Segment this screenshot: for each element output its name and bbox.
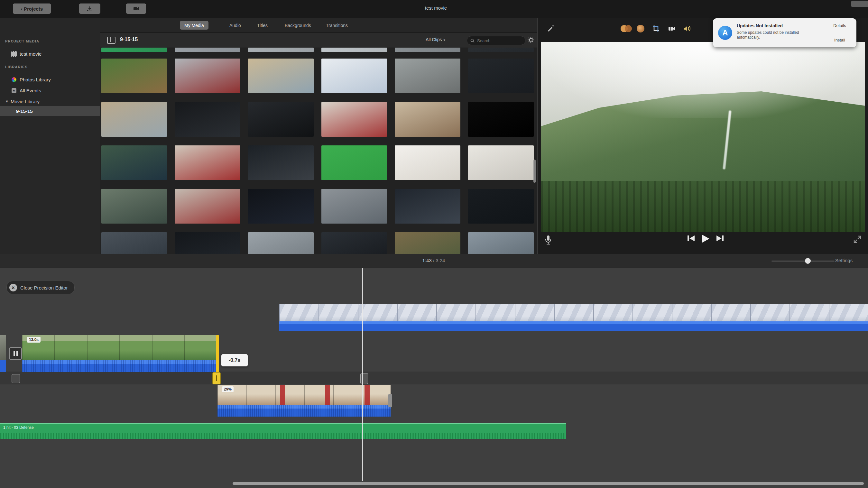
- skip-back-button[interactable]: [686, 234, 696, 243]
- stabilization-icon[interactable]: [668, 24, 676, 33]
- timeline-clip-field-audio[interactable]: [22, 360, 216, 372]
- media-thumbnail[interactable]: [321, 232, 387, 254]
- color-balance-icon[interactable]: [621, 24, 632, 33]
- media-thumbnail[interactable]: [321, 145, 387, 180]
- clip-fragment[interactable]: [0, 335, 6, 360]
- notification-body: Some updates could not be installed auto…: [737, 30, 817, 40]
- timeline-zoom-slider[interactable]: [772, 261, 835, 262]
- timeline-settings-button[interactable]: Settings: [835, 258, 852, 263]
- import-button[interactable]: [79, 3, 100, 14]
- sidebar-item-photos-library[interactable]: Photos Library: [0, 74, 100, 84]
- library-sidebar: PROJECT MEDIA test movie LIBRARIES Photo…: [0, 18, 100, 254]
- music-clip-label: 1 hit - 03 Defense: [3, 425, 34, 430]
- media-thumbnail[interactable]: [395, 189, 460, 223]
- media-thumbnail[interactable]: [101, 102, 167, 137]
- media-thumbnail[interactable]: [175, 189, 240, 223]
- enhance-wand-icon[interactable]: [547, 24, 555, 33]
- sidebar-item-movie-library[interactable]: ▼ Movie Library: [0, 96, 100, 106]
- camera-button[interactable]: [126, 3, 146, 14]
- play-button[interactable]: [701, 234, 710, 243]
- media-thumbnail[interactable]: [248, 232, 314, 254]
- trim-handle-yellow[interactable]: [216, 335, 219, 372]
- clip-connection-handle[interactable]: [388, 394, 392, 407]
- media-thumbnail[interactable]: [468, 232, 534, 254]
- media-thumbnail[interactable]: [248, 145, 314, 180]
- media-thumbnail[interactable]: [175, 59, 240, 93]
- media-thumbnail[interactable]: [248, 59, 314, 93]
- skip-forward-button[interactable]: [715, 234, 725, 243]
- media-thumbnail[interactable]: [321, 189, 387, 223]
- media-thumbnail[interactable]: [175, 102, 240, 137]
- playhead[interactable]: [362, 268, 363, 481]
- color-correction-icon[interactable]: [637, 24, 644, 33]
- media-thumbnail[interactable]: [395, 102, 460, 137]
- media-thumbnail[interactable]: [468, 59, 534, 93]
- media-thumbnail[interactable]: [248, 48, 314, 52]
- timeline-clip-field[interactable]: [22, 335, 216, 360]
- media-thumbnail[interactable]: [175, 145, 240, 180]
- projects-back-button[interactable]: ‹ Projects: [13, 3, 51, 14]
- photos-flower-icon: [11, 77, 17, 82]
- transition-icon[interactable]: [9, 347, 22, 360]
- media-thumbnail[interactable]: [468, 48, 534, 52]
- media-thumbnail[interactable]: [395, 232, 460, 254]
- timeline-clip-office-audio[interactable]: [217, 405, 391, 417]
- media-thumbnail[interactable]: [468, 102, 534, 137]
- timeline-horizontal-scrollbar[interactable]: [232, 482, 864, 485]
- viewer-video[interactable]: [541, 42, 865, 232]
- close-precision-editor-button[interactable]: ✕ Close Precision Editor: [6, 281, 75, 294]
- media-thumbnail[interactable]: [395, 59, 460, 93]
- forest-region: [541, 181, 865, 232]
- media-thumbnail-grid: [100, 18, 537, 254]
- media-thumbnail[interactable]: [395, 48, 460, 52]
- zoom-slider-thumb[interactable]: [805, 258, 811, 264]
- microphone-icon[interactable]: [545, 235, 552, 245]
- media-thumbnail[interactable]: [248, 189, 314, 223]
- clip-frame-detail: [365, 385, 370, 405]
- sidebar-item-test-movie[interactable]: test movie: [0, 49, 100, 59]
- sidebar-item-label: Photos Library: [20, 77, 51, 82]
- media-thumbnail[interactable]: [395, 145, 460, 180]
- edit-marker-selected[interactable]: [212, 372, 221, 385]
- details-button[interactable]: Details: [823, 18, 857, 33]
- timecode-display: 1:43 / 3:24: [398, 258, 469, 263]
- timeline-clip-office[interactable]: [217, 385, 391, 405]
- browser-scrollbar[interactable]: [533, 159, 536, 183]
- media-thumbnail[interactable]: [101, 48, 167, 52]
- audio-waveform: [0, 433, 566, 439]
- edit-marker-right[interactable]: [360, 373, 368, 384]
- media-thumbnail[interactable]: [175, 232, 240, 254]
- media-thumbnail[interactable]: [101, 232, 167, 254]
- media-thumbnail[interactable]: [248, 102, 314, 137]
- outgoing-clip-audio[interactable]: [279, 322, 868, 331]
- update-notification: A Updates Not Installed Some updates cou…: [713, 18, 857, 47]
- media-thumbnail[interactable]: [101, 145, 167, 180]
- disclosure-triangle-icon[interactable]: ▼: [5, 99, 9, 103]
- media-thumbnail[interactable]: [468, 145, 534, 180]
- sidebar-item-all-events[interactable]: ★ All Events: [0, 86, 100, 95]
- volume-icon[interactable]: [683, 24, 691, 33]
- media-thumbnail[interactable]: [468, 189, 534, 223]
- sidebar-item-event-9-15-15[interactable]: 9-15-15: [0, 106, 100, 116]
- media-thumbnail[interactable]: [175, 48, 240, 52]
- media-thumbnail[interactable]: [101, 189, 167, 223]
- media-thumbnail[interactable]: [101, 59, 167, 93]
- share-button[interactable]: [851, 1, 868, 7]
- music-audio-clip[interactable]: 1 hit - 03 Defense: [0, 423, 566, 439]
- viewer-controls: [537, 232, 868, 251]
- crop-icon[interactable]: [652, 24, 660, 33]
- cloud-fog: [541, 42, 865, 118]
- app-store-icon: A: [718, 26, 732, 40]
- outgoing-clip-filmstrip[interactable]: [279, 304, 868, 322]
- install-button[interactable]: Install: [823, 33, 857, 47]
- edit-marker-left[interactable]: [11, 374, 20, 383]
- media-thumbnail[interactable]: [321, 59, 387, 93]
- media-thumbnail[interactable]: [321, 102, 387, 137]
- project-media-header: PROJECT MEDIA: [5, 39, 39, 43]
- fullscreen-icon[interactable]: [854, 236, 861, 243]
- import-icon: [87, 6, 93, 11]
- media-thumbnail[interactable]: [321, 48, 387, 52]
- media-browser: My Media Audio Titles Backgrounds Transi…: [100, 18, 537, 254]
- clip-duration-badge: 13.0s: [27, 337, 40, 343]
- close-icon: ✕: [9, 284, 17, 292]
